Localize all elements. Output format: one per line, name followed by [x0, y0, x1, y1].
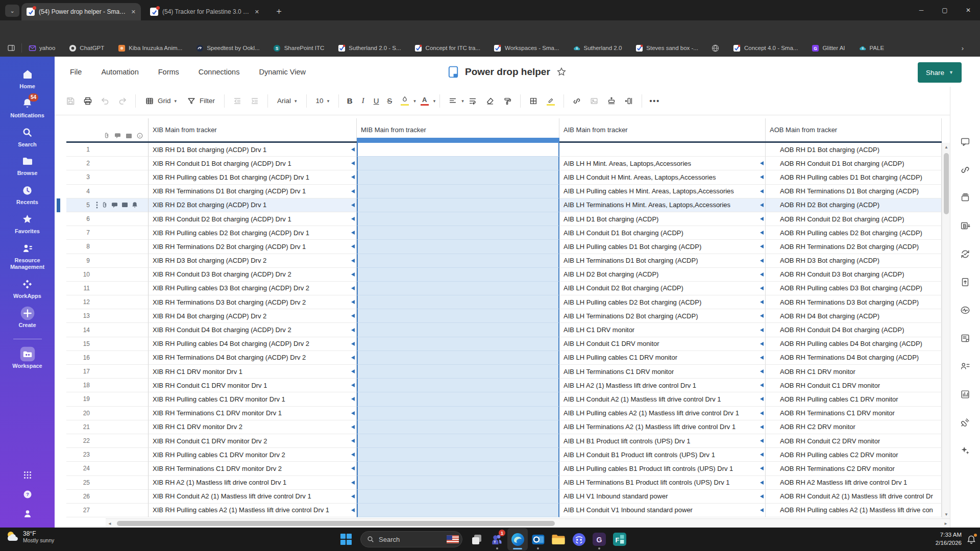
bookmark-workspaces-sma[interactable]: Workspaces - Sma...: [494, 44, 559, 52]
cell-aob-row-1[interactable]: AOB RH D1 Bot charging (ACDP): [766, 143, 942, 157]
cell-aib-row-12[interactable]: AIB LH Pulling cables D2 Bot charging (A…: [559, 295, 766, 309]
view-selector[interactable]: Grid▾: [140, 92, 182, 110]
cell-mib-row-27[interactable]: [357, 504, 559, 517]
start-button[interactable]: [336, 528, 356, 550]
bookmark-sharepoint-itc[interactable]: SSharePoint ITC: [273, 44, 325, 52]
cell-mib-row-22[interactable]: [357, 434, 559, 448]
save-icon[interactable]: [62, 92, 79, 110]
column-header-aib[interactable]: AIB Main from tracker: [559, 118, 766, 141]
comment-icon[interactable]: [111, 202, 118, 208]
outdent-icon[interactable]: [229, 92, 246, 110]
cell-aob-row-24[interactable]: AOB RH Terminations C2 DRV monitor: [766, 462, 942, 475]
cell-xib-row-15[interactable]: XIB RH Pulling cables D4 Bot charging (A…: [149, 337, 357, 351]
cell-xib-row-18[interactable]: XIB RH Conduit C1 DRV monitor Drv 1: [149, 379, 357, 392]
taskbar-app-widgets[interactable]: [467, 528, 487, 550]
publish-icon[interactable]: [960, 268, 971, 296]
cell-mib-row-18[interactable]: [357, 379, 559, 392]
row-number-cell[interactable]: 2: [66, 157, 149, 170]
row-number-cell[interactable]: 17: [66, 365, 149, 379]
brandfolder-icon[interactable]: [960, 212, 971, 240]
menu-file[interactable]: File: [70, 68, 82, 76]
strikethrough-button[interactable]: S: [383, 96, 396, 105]
row-number-cell[interactable]: 15: [66, 337, 149, 351]
cell-aob-row-15[interactable]: AOB RH Pulling cables D4 Bot charging (A…: [766, 337, 942, 351]
account-icon[interactable]: [22, 508, 33, 519]
cell-aob-row-4[interactable]: AOB RH Terminations D1 Bot charging (ACD…: [766, 185, 942, 198]
cell-aob-row-10[interactable]: AOB RH Conduit D3 Bot charging (ACDP): [766, 268, 942, 282]
cell-aob-row-19[interactable]: AOB RH Pulling cables C1 DRV monitor: [766, 392, 942, 406]
cell-aib-row-3[interactable]: AIB LH Conduit H Mint. Areas, Laptops,Ac…: [559, 170, 766, 184]
row-number-cell[interactable]: 7: [66, 226, 149, 240]
bookmark-globe[interactable]: [712, 44, 720, 52]
scroll-down-icon[interactable]: ▼: [942, 510, 950, 518]
cell-xib-row-5[interactable]: XIB RH D2 Bot charging (ACDP) Drv 1: [149, 198, 357, 212]
cell-xib-row-4[interactable]: XIB RH Terminations D1 Bot charging (ACD…: [149, 185, 357, 198]
cell-xib-row-21[interactable]: XIB RH C1 DRV monitor Drv 2: [149, 420, 357, 434]
hyperlink-icon[interactable]: [568, 92, 585, 110]
help-icon[interactable]: ?: [22, 489, 33, 499]
cell-aob-row-11[interactable]: AOB RH Pulling cables D3 Bot charging (A…: [766, 282, 942, 295]
cell-xib-row-2[interactable]: XIB RH Conduit D1 Bot charging (ACDP) Dr…: [149, 157, 357, 170]
row-number-cell[interactable]: 26: [66, 490, 149, 504]
hscroll-thumb[interactable]: [117, 521, 555, 526]
cell-aob-row-27[interactable]: AOB RH Pulling cables A2 (1) Mastless li…: [766, 504, 942, 517]
proof-icon[interactable]: [121, 202, 128, 208]
row-menu-icon[interactable]: [96, 202, 98, 209]
more-options-button[interactable]: •••: [646, 92, 664, 110]
taskbar-search-input[interactable]: Search: [360, 531, 462, 547]
reminder-icon[interactable]: [132, 202, 138, 208]
cell-aib-row-21[interactable]: AIB LH Terminations A2 (1) Mastless lift…: [559, 420, 766, 434]
cell-aib-row-23[interactable]: AIB LH Conduit B1 Product lift controls …: [559, 448, 766, 462]
cell-mib-row-10[interactable]: [357, 268, 559, 282]
row-number-cell[interactable]: 13: [66, 309, 149, 323]
ai-assistant-icon[interactable]: [960, 436, 971, 464]
cell-xib-row-22[interactable]: XIB RH Conduit C1 DRV monitor Drv 2: [149, 434, 357, 448]
bookmark-chatgpt[interactable]: ChatGPT: [68, 44, 104, 52]
cell-mib-row-14[interactable]: [357, 323, 559, 337]
tab-close-icon[interactable]: ✕: [255, 9, 259, 15]
sidebar-item-create[interactable]: Create: [2, 307, 53, 329]
cell-mib-row-4[interactable]: [357, 185, 559, 198]
horizontal-scrollbar[interactable]: ◄ ►: [106, 518, 950, 528]
app-launcher-icon[interactable]: [22, 469, 33, 481]
scroll-left-icon[interactable]: ◄: [106, 519, 114, 528]
row-number-cell[interactable]: 4: [66, 185, 149, 198]
row-number-cell[interactable]: 9: [66, 254, 149, 268]
row-number-cell[interactable]: 20: [66, 407, 149, 420]
wrap-text-icon[interactable]: [464, 92, 481, 110]
cell-aob-row-16[interactable]: AOB RH Terminations D4 Bot charging (ACD…: [766, 351, 942, 365]
cell-aob-row-9[interactable]: AOB RH D3 Bot charging (ACDP): [766, 254, 942, 268]
cell-aob-row-21[interactable]: AOB RH C2 DRV monitor: [766, 420, 942, 434]
bookmark-speedtest-by-ookl[interactable]: Speedtest by Ookl...: [195, 44, 260, 52]
cell-aib-row-10[interactable]: AIB LH D2 Bot charging (ACDP): [559, 268, 766, 282]
update-requests-icon[interactable]: [960, 240, 971, 268]
activity-log-icon[interactable]: [960, 296, 971, 324]
cell-xib-row-12[interactable]: XIB RH Terminations D3 Bot charging (ACD…: [149, 295, 357, 309]
browser-tab-inactive[interactable]: (54) Tracker for Palestine 3.0 - Sma ✕: [145, 3, 264, 20]
attachments-icon[interactable]: [960, 156, 971, 184]
row-number-cell[interactable]: 8: [66, 240, 149, 254]
fill-color-button[interactable]: [396, 92, 413, 110]
cell-aob-row-18[interactable]: AOB RH Conduit C1 DRV monitor: [766, 379, 942, 392]
cell-xib-row-10[interactable]: XIB RH Conduit D3 Bot charging (ACDP) Dr…: [149, 268, 357, 282]
cell-aib-row-5[interactable]: AIB LH Terminations H Mint. Areas, Lapto…: [559, 198, 766, 212]
row-number-cell[interactable]: 24: [66, 462, 149, 475]
cell-aob-row-23[interactable]: AOB RH Pulling cables C2 DRV monitor: [766, 448, 942, 462]
conversations-icon[interactable]: [960, 128, 971, 156]
row-number-cell[interactable]: 18: [66, 379, 149, 392]
cell-aob-row-2[interactable]: AOB RH Conduit D1 Bot charging (ACDP): [766, 157, 942, 170]
font-family-select[interactable]: Arial▾: [272, 92, 302, 110]
cell-xib-row-24[interactable]: XIB RH Terminations C1 DRV monitor Drv 2: [149, 462, 357, 475]
browser-tab-active[interactable]: (54) Power drop helper - Smartshe ✕: [21, 3, 141, 20]
window-maximize-button[interactable]: ▢: [933, 0, 957, 20]
sidebar-item-notifications[interactable]: 54Notifications: [2, 97, 53, 119]
cell-aib-row-27[interactable]: AIB LH Conduit V1 Inbound standard power: [559, 504, 766, 517]
tab-close-icon[interactable]: ✕: [131, 9, 136, 15]
row-number-cell[interactable]: 16: [66, 351, 149, 365]
row-number-cell[interactable]: 3: [66, 170, 149, 184]
cell-xib-row-25[interactable]: XIB RH A2 (1) Mastless lift drive contro…: [149, 476, 357, 490]
sidebar-item-recents[interactable]: Recents: [2, 184, 53, 206]
cell-aob-row-13[interactable]: AOB RH D4 Bot charging (ACDP): [766, 309, 942, 323]
menu-dynamic-view[interactable]: Dynamic View: [259, 68, 306, 76]
cell-mib-row-21[interactable]: [357, 420, 559, 434]
